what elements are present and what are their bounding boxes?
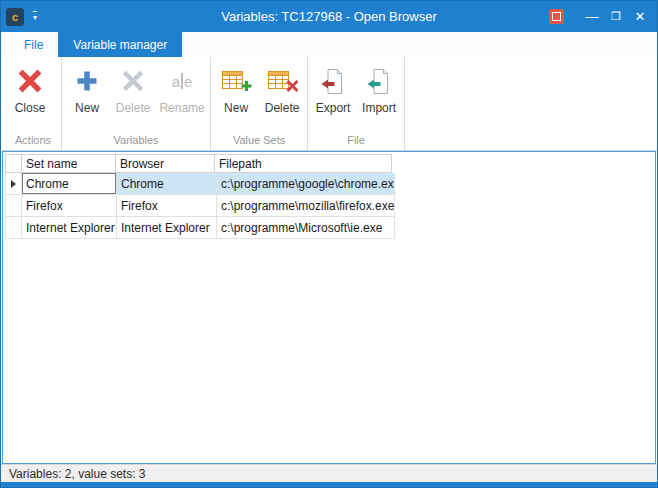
status-text: Variables: 2, value sets: 3 (9, 467, 146, 481)
rename-variable-label: Rename (159, 102, 204, 114)
grid-header-set-name[interactable]: Set name (21, 154, 116, 173)
ribbon-group-value-sets: New Delete Value Sets (211, 57, 308, 150)
table-delete-icon (267, 65, 298, 97)
delete-value-set-label: Delete (265, 102, 300, 114)
close-button[interactable]: Close (7, 57, 53, 114)
cell-filepath[interactable]: c:\programme\mozilla\firefox.exe (217, 195, 395, 217)
export-icon (320, 65, 346, 97)
rename-variable-button[interactable]: ae Rename (156, 57, 208, 114)
cell-filepath[interactable]: c:\programme\Microsoft\ie.exe (217, 217, 395, 239)
group-label-actions: Actions (7, 132, 59, 150)
grid-header-row: Set name Browser Filepath (5, 154, 395, 173)
close-icon (17, 65, 43, 97)
ribbon-group-actions: Close Actions (5, 57, 62, 150)
record-indicator-icon[interactable] (549, 9, 564, 24)
quick-access-caret-icon[interactable]: ▾ (33, 11, 37, 22)
grid-header-filepath[interactable]: Filepath (214, 154, 392, 173)
ribbon-group-variables: New Delete ae Rename Vari (62, 57, 211, 150)
new-variable-button[interactable]: New (64, 57, 110, 114)
ribbon-tab-row: File Variable manager (1, 32, 657, 57)
cell-browser[interactable]: Firefox (117, 195, 217, 217)
group-label-variables: Variables (64, 132, 208, 150)
export-button[interactable]: Export (310, 57, 356, 114)
delete-variable-label: Delete (116, 102, 151, 114)
table-row: Chrome Chrome c:\programme\google\chrome… (5, 173, 395, 195)
row-indicator-cell (5, 195, 22, 217)
delete-variable-button[interactable]: Delete (110, 57, 156, 114)
cell-filepath[interactable]: c:\programme\google\chrome.exe (217, 173, 395, 195)
tab-variable-manager[interactable]: Variable manager (58, 32, 182, 57)
import-button[interactable]: Import (356, 57, 402, 114)
row-indicator-cell (5, 173, 22, 195)
export-label: Export (316, 102, 351, 114)
grid-header-indicator (5, 154, 22, 173)
app-icon[interactable]: c (6, 8, 24, 26)
plus-icon (74, 65, 100, 97)
delete-value-set-button[interactable]: Delete (259, 57, 305, 114)
group-label-file: File (310, 132, 402, 150)
cell-set-name[interactable]: Chrome (22, 173, 117, 195)
import-label: Import (362, 102, 396, 114)
cell-browser[interactable]: Internet Explorer (117, 217, 217, 239)
group-label-value-sets: Value Sets (213, 132, 305, 150)
delete-x-icon (122, 65, 144, 97)
status-bar: Variables: 2, value sets: 3 (1, 464, 657, 482)
table-row: Firefox Firefox c:\programme\mozilla\fir… (5, 195, 395, 217)
table-row: Internet Explorer Internet Explorer c:\p… (5, 217, 395, 239)
close-window-button[interactable]: ✕ (628, 5, 652, 29)
cell-set-name[interactable]: Firefox (22, 195, 117, 217)
table-plus-icon (221, 65, 252, 97)
ribbon: Close Actions New (1, 57, 657, 151)
minimize-button[interactable]: — (580, 5, 604, 29)
variables-grid: Set name Browser Filepath Chrome Chrome … (5, 154, 395, 239)
new-variable-label: New (75, 102, 99, 114)
cell-browser[interactable]: Chrome (117, 173, 217, 195)
import-icon (366, 65, 392, 97)
cell-set-name[interactable]: Internet Explorer (22, 217, 117, 239)
titlebar: c ▾ Variables: TC127968 - Open Browser —… (1, 1, 657, 32)
current-row-arrow-icon (11, 180, 16, 188)
app-window: c ▾ Variables: TC127968 - Open Browser —… (0, 0, 658, 488)
row-indicator-cell (5, 217, 22, 239)
variable-grid-area: Set name Browser Filepath Chrome Chrome … (2, 151, 656, 464)
window-bottom-accent (1, 482, 657, 487)
maximize-button[interactable]: ❐ (604, 5, 628, 29)
rename-icon: ae (172, 65, 193, 97)
close-button-label: Close (15, 102, 46, 114)
new-value-set-button[interactable]: New (213, 57, 259, 114)
new-value-set-label: New (224, 102, 248, 114)
ribbon-group-file: Export Import File (308, 57, 405, 150)
grid-header-browser[interactable]: Browser (115, 154, 215, 173)
tab-file[interactable]: File (9, 32, 58, 57)
